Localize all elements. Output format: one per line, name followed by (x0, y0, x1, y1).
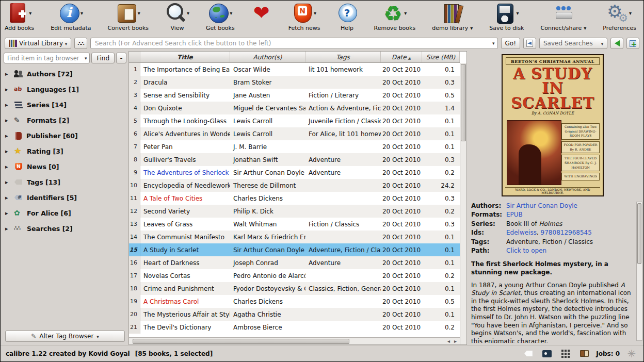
sidebar-item-for-alice[interactable]: For Alice [6] (4, 205, 126, 221)
add-books-button[interactable]: Add books (5, 2, 34, 32)
expand-arrow-icon[interactable] (5, 86, 10, 93)
scrollbar-thumb[interactable] (133, 339, 349, 344)
book-details-toggle-button[interactable] (577, 347, 591, 360)
convert-books-button[interactable]: Convert books (107, 2, 149, 32)
remove-books-button[interactable]: Remove books (374, 2, 416, 32)
table-row[interactable]: 12 Second Variety Philip K. Dick 20 Oct … (129, 205, 460, 218)
preferences-button[interactable]: Preferences (603, 2, 636, 32)
table-row[interactable]: 1 The Importance of Being Ear... Oscar W… (129, 63, 460, 76)
sidebar-item-tags[interactable]: Tags [13] (4, 174, 126, 190)
save-search-button[interactable] (626, 38, 639, 49)
table-row[interactable]: 15 A Study in Scarlet Sir Arthur Conan D… (129, 243, 460, 256)
table-row[interactable]: 9 The Adventures of Sherlock ... Sir Art… (129, 166, 460, 179)
sidebar-item-identifiers[interactable]: Identifiers [5] (4, 190, 126, 205)
column-header-title[interactable]: Title (140, 52, 230, 62)
author-link[interactable]: Sir Arthur Conan Doyle (506, 202, 577, 210)
sidebar-item-publisher[interactable]: Publisher [60] (4, 128, 126, 143)
cover-browser-toggle-button[interactable] (540, 347, 554, 360)
scroll-left-icon[interactable] (445, 338, 452, 344)
tag-browser-find-input[interactable] (4, 53, 90, 63)
highlight-matches-button[interactable] (523, 38, 536, 49)
jobs-spinner-icon[interactable] (625, 347, 638, 360)
table-row[interactable]: 21 The Devil's Dictionary Ambrose Bierce… (129, 321, 460, 334)
expand-arrow-icon[interactable] (5, 117, 10, 124)
id-link-edelweiss[interactable]: Edelweiss (506, 229, 537, 236)
alter-tag-browser-button[interactable]: Alter Tag Browser (5, 331, 125, 342)
connect-share-button[interactable]: Connect/share (541, 2, 587, 32)
table-row[interactable]: 8 Gulliver's Travels Jonathan Swift Adve… (129, 153, 460, 166)
get-books-button[interactable]: Get books (206, 2, 235, 32)
sidebar-item-formats[interactable]: Formats [2] (4, 112, 126, 128)
donate-button[interactable] (251, 2, 272, 32)
sidebar-item-languages[interactable]: Languages [1] (4, 81, 126, 97)
book-cover[interactable]: BEETON'S CHRISTMAS ANNUAL A STUDY IN SCA… (502, 54, 604, 196)
chevron-down-icon[interactable] (492, 41, 495, 45)
dropdown-arrow-icon[interactable] (584, 25, 586, 31)
dropdown-arrow-icon[interactable] (404, 10, 407, 16)
expand-arrow-icon[interactable] (5, 209, 10, 217)
edit-metadata-button[interactable]: Edit metadata (51, 2, 91, 32)
find-button[interactable]: Find (91, 53, 115, 63)
cover-grid-toggle-button[interactable] (559, 347, 572, 360)
expand-arrow-icon[interactable] (5, 132, 10, 139)
expand-arrow-icon[interactable] (5, 178, 10, 186)
search-input[interactable] (90, 38, 498, 49)
column-header-authors[interactable]: Author(s) (230, 52, 305, 62)
table-row[interactable]: 16 Heart of Darkness Joseph Conrad Adven… (129, 256, 460, 269)
dropdown-arrow-icon[interactable] (516, 10, 519, 16)
expand-arrow-icon[interactable] (5, 225, 10, 232)
table-row[interactable]: 19 A Christmas Carol Charles Dickens 20 … (129, 295, 460, 308)
format-link[interactable]: EPUB (506, 210, 523, 219)
expand-arrow-icon[interactable] (5, 70, 10, 77)
advanced-search-button[interactable] (74, 38, 87, 49)
copy-search-button[interactable] (610, 38, 623, 49)
column-header-tags[interactable]: Tags (305, 52, 381, 62)
table-row[interactable]: 17 Novelas Cortas Pedro Antonio de Alarc… (129, 269, 460, 282)
table-row[interactable]: 5 Through the Looking-Glass Lewis Carrol… (129, 114, 460, 127)
search-go-button[interactable]: Go! (501, 38, 520, 49)
table-row[interactable]: 13 Leaves of Grass Walt Whitman Fiction … (129, 218, 460, 231)
expand-arrow-icon[interactable] (5, 101, 10, 108)
expand-arrow-icon[interactable] (5, 194, 10, 201)
save-to-disk-button[interactable]: Save to disk (489, 2, 524, 32)
virtual-library-button[interactable]: Virtual Library (5, 38, 71, 49)
id-link-isbn[interactable]: 9780812968545 (541, 229, 592, 236)
chevron-down-icon[interactable] (85, 56, 87, 60)
table-row[interactable]: 20 The Mysterious Affair at Styles Agath… (129, 308, 460, 321)
dropdown-arrow-icon[interactable] (470, 25, 473, 31)
path-link[interactable]: Click to open (506, 246, 546, 255)
table-row[interactable]: 14 The Communist Manifesto Karl Marx & F… (129, 231, 460, 243)
sidebar-item-rating[interactable]: Rating [3] (4, 143, 126, 159)
tag-browser-toggle-button[interactable] (522, 347, 535, 360)
table-row[interactable]: 6 Alice's Adventures in Wonder... Lewis … (129, 127, 460, 140)
table-row[interactable]: 2 Dracula Bram Stoker 20 Oct 2010 0.3 (129, 76, 460, 89)
table-row[interactable]: 11 A Tale of Two Cities Charles Dickens … (129, 192, 460, 205)
dropdown-arrow-icon[interactable] (29, 10, 31, 16)
view-button[interactable]: View (165, 2, 189, 32)
jobs-label[interactable]: Jobs: 0 (596, 350, 620, 357)
vertical-scrollbar[interactable] (460, 63, 466, 344)
help-button[interactable]: Help (337, 2, 358, 32)
collapse-all-button[interactable]: - (116, 53, 126, 63)
table-row[interactable]: 7 Peter Pan J. M. Barrie 20 Oct 2010 0.1 (129, 140, 460, 153)
dropdown-arrow-icon[interactable] (314, 10, 316, 16)
dropdown-arrow-icon[interactable] (187, 10, 189, 16)
saved-searches-dropdown[interactable]: Saved Searches (539, 38, 607, 49)
sidebar-item-news[interactable]: News [0] (4, 159, 126, 174)
expand-arrow-icon[interactable] (5, 147, 10, 155)
sidebar-item-authors[interactable]: Authors [72] (4, 66, 126, 81)
details-scrollbar[interactable] (636, 202, 642, 341)
dropdown-arrow-icon[interactable] (230, 10, 232, 16)
fetch-news-button[interactable]: Fetch news (288, 2, 320, 32)
sidebar-item-searches[interactable]: Searches [2] (4, 221, 126, 236)
dropdown-arrow-icon[interactable] (81, 10, 83, 16)
table-row[interactable]: 3 Sense and Sensibility Jane Austen Fict… (129, 89, 460, 102)
horizontal-scrollbar[interactable] (129, 337, 460, 344)
column-header-size[interactable]: Size (MB) (422, 52, 460, 62)
scrollbar-thumb[interactable] (461, 64, 466, 141)
row-number-header[interactable] (129, 52, 140, 62)
table-row[interactable]: 18 Crime and Punishment Fyodor Dostoyevs… (129, 282, 460, 295)
scroll-right-icon[interactable] (452, 338, 459, 344)
table-row[interactable]: 4 Don Quixote Miguel de Cervantes Saa...… (129, 102, 460, 114)
column-header-date[interactable]: Date (381, 52, 422, 62)
